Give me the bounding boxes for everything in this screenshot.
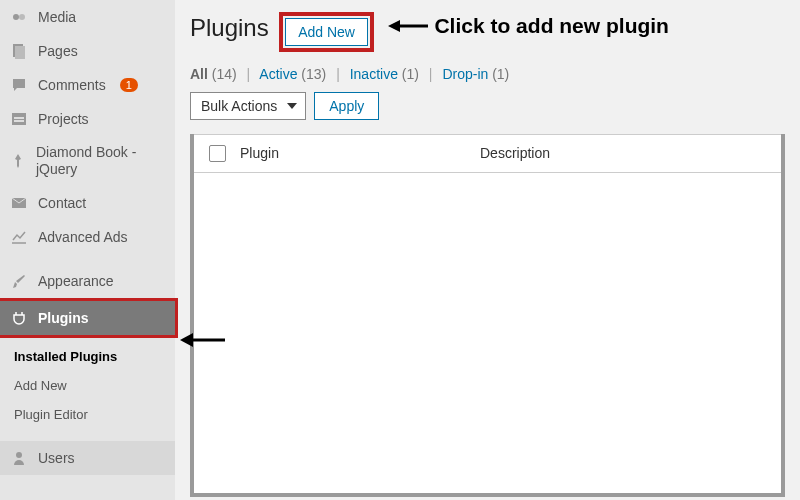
sidebar-item-projects[interactable]: Projects [0,102,175,136]
brush-icon [10,272,28,290]
user-icon [10,449,28,467]
add-new-highlight: Add New [279,12,374,52]
bulk-actions-bar: Bulk Actions Apply [190,92,785,120]
sidebar-item-label: Contact [38,195,86,211]
submenu-installed-plugins[interactable]: Installed Plugins [0,342,175,371]
svg-point-8 [16,452,22,458]
sidebar-item-pages[interactable]: Pages [0,34,175,68]
table-body [194,173,781,493]
sidebar-item-label: Projects [38,111,89,127]
sidebar-item-plugins[interactable]: Plugins [0,298,178,338]
plugins-submenu: Installed Plugins Add New Plugin Editor [0,338,175,433]
annotation-text: Click to add new plugin [434,14,669,38]
arrow-left-icon [180,330,225,350]
chart-icon [10,228,28,246]
comments-icon [10,76,28,94]
sidebar-item-label: Comments [38,77,106,93]
plugin-filters: All (14) | Active (13) | Inactive (1) | … [190,66,785,82]
media-icon [10,8,28,26]
sidebar-item-diamond-book[interactable]: Diamond Book - jQuery [0,136,175,186]
sidebar-item-label: Pages [38,43,78,59]
sidebar-item-label: Plugins [38,310,89,326]
pin-icon [10,152,26,170]
svg-marker-10 [388,20,400,32]
apply-button[interactable]: Apply [314,92,379,120]
sidebar-item-appearance[interactable]: Appearance [0,264,175,298]
admin-sidebar: Media Pages Comments 1 Projects Diamond … [0,0,175,500]
sidebar-item-label: Media [38,9,76,25]
sidebar-item-label: Users [38,450,75,466]
sidebar-item-label: Diamond Book - jQuery [36,144,165,178]
main-content: Plugins Add New Click to add new plugin … [175,0,800,500]
sidebar-item-label: Appearance [38,273,114,289]
sidebar-item-comments[interactable]: Comments 1 [0,68,175,102]
envelope-icon [10,194,28,212]
sidebar-item-advanced-ads[interactable]: Advanced Ads [0,220,175,254]
filter-inactive[interactable]: Inactive [350,66,398,82]
arrow-left-icon [388,16,428,36]
svg-marker-12 [180,333,193,347]
plug-icon [10,309,28,327]
comments-count-badge: 1 [120,78,138,92]
svg-rect-3 [15,46,25,59]
filter-all[interactable]: All [190,66,208,82]
submenu-plugin-editor[interactable]: Plugin Editor [0,400,175,429]
annotation: Click to add new plugin [388,14,669,38]
select-all-checkbox[interactable] [209,145,226,162]
filter-dropin[interactable]: Drop-in [442,66,488,82]
sidebar-arrow-annotation [180,330,225,350]
column-description[interactable]: Description [480,135,781,172]
sidebar-item-media[interactable]: Media [0,0,175,34]
table-header: Plugin Description [194,134,781,173]
svg-point-0 [13,14,19,20]
sidebar-item-contact[interactable]: Contact [0,186,175,220]
svg-rect-6 [14,120,24,122]
column-plugin[interactable]: Plugin [240,135,480,172]
pages-icon [10,42,28,60]
projects-icon [10,110,28,128]
bulk-actions-select[interactable]: Bulk Actions [190,92,306,120]
plugins-table: Plugin Description [190,134,785,497]
svg-rect-5 [14,117,24,119]
submenu-add-new[interactable]: Add New [0,371,175,400]
add-new-button[interactable]: Add New [285,18,368,46]
page-title: Plugins [190,14,269,42]
sidebar-item-label: Advanced Ads [38,229,128,245]
svg-point-1 [19,14,25,20]
sidebar-item-users[interactable]: Users [0,441,175,475]
filter-active[interactable]: Active [259,66,297,82]
